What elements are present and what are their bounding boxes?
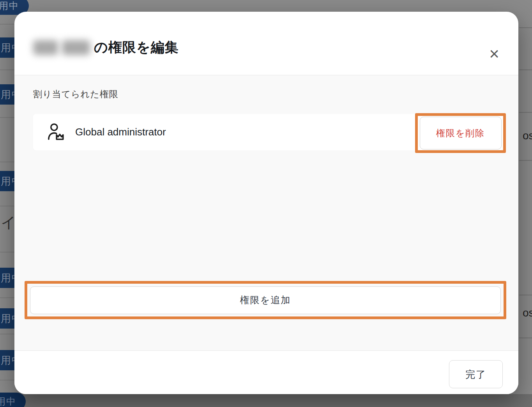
bg-row-divider xyxy=(0,162,14,162)
assigned-permissions-label: 割り当てられた権限 xyxy=(33,88,118,100)
close-icon[interactable]: × xyxy=(485,44,504,63)
bg-row-divider xyxy=(0,206,14,206)
dialog-header: の権限を編集 × xyxy=(14,12,518,75)
dialog-body: 割り当てられた権限 Global administrator 権限を削除 権限を… xyxy=(14,75,518,350)
edit-permissions-dialog: の権限を編集 × 割り当てられた権限 Global administrator … xyxy=(14,12,518,394)
permission-name: Global administrator xyxy=(75,126,166,138)
highlight-annotation-add: 権限を追加 xyxy=(25,281,506,319)
screen: 用中 用中 用中 用中 用中 用中 用中 イ oso oso Global ad… xyxy=(0,0,532,407)
done-button[interactable]: 完了 xyxy=(449,360,503,388)
bg-clipped-text: oso xyxy=(523,307,532,319)
bg-row-divider xyxy=(519,27,532,28)
redacted-user-name xyxy=(33,40,58,55)
bg-row-divider xyxy=(0,380,14,380)
bg-row-divider xyxy=(519,69,532,70)
highlight-annotation-remove: 権限を削除 xyxy=(415,113,506,153)
admin-role-crown-user-icon xyxy=(46,123,65,142)
bg-clipped-text: oso xyxy=(523,130,532,142)
dialog-title: の権限を編集 xyxy=(33,38,179,57)
redacted-user-name xyxy=(62,40,90,55)
bg-row-divider xyxy=(519,160,532,161)
bg-row-divider xyxy=(0,117,14,118)
bg-partial-text: イ xyxy=(1,213,16,233)
remove-permission-button[interactable]: 権限を削除 xyxy=(420,117,502,149)
status-badge: 用中 xyxy=(0,393,26,407)
dialog-title-text: の権限を編集 xyxy=(94,38,179,57)
bg-row-divider xyxy=(0,69,14,70)
bg-row-divider xyxy=(0,24,14,25)
bg-row-divider xyxy=(519,295,532,295)
bg-table-row-content: Global administrator +1 使用中 Microso xyxy=(0,394,532,407)
bg-row-divider xyxy=(519,112,532,113)
bg-row-divider xyxy=(0,297,14,298)
dialog-footer: 完了 xyxy=(14,350,518,394)
bg-row-divider xyxy=(519,338,532,338)
bg-row-divider xyxy=(0,252,14,252)
bg-row-divider xyxy=(0,334,14,334)
add-permission-button[interactable]: 権限を追加 xyxy=(30,286,501,314)
